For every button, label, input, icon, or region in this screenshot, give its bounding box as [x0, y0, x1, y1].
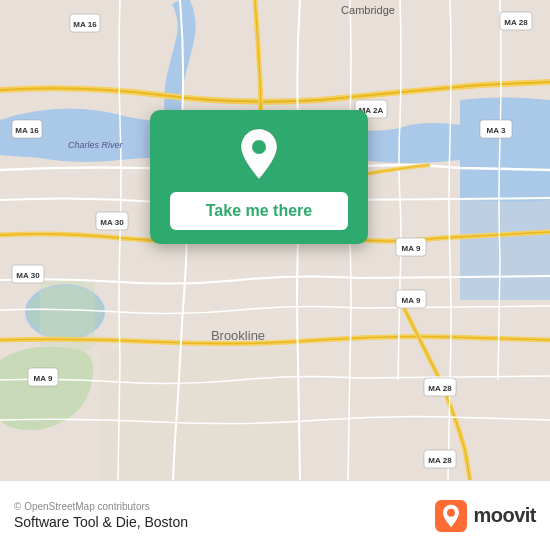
svg-text:Brookline: Brookline [211, 328, 265, 343]
svg-text:MA 30: MA 30 [100, 218, 124, 227]
popup-card: Take me there [150, 110, 368, 244]
svg-point-34 [252, 140, 266, 154]
svg-text:MA 16: MA 16 [15, 126, 39, 135]
bottom-left-info: © OpenStreetMap contributors Software To… [14, 501, 188, 530]
location-pin-icon [233, 128, 285, 180]
svg-text:Cambridge: Cambridge [341, 4, 395, 16]
svg-text:MA 28: MA 28 [428, 384, 452, 393]
bottom-bar: © OpenStreetMap contributors Software To… [0, 480, 550, 550]
moovit-logo: moovit [435, 500, 536, 532]
svg-text:Charles River: Charles River [68, 140, 124, 150]
svg-text:MA 28: MA 28 [428, 456, 452, 465]
moovit-brand-text: moovit [473, 504, 536, 527]
moovit-icon [435, 500, 467, 532]
svg-text:MA 28: MA 28 [504, 18, 528, 27]
svg-text:MA 3: MA 3 [487, 126, 506, 135]
map-container: MA 16 MA 16 Cambridge MA 2A MA 28 MA 3 M… [0, 0, 550, 480]
svg-text:MA 9: MA 9 [402, 244, 421, 253]
location-title: Software Tool & Die, Boston [14, 514, 188, 530]
svg-text:MA 30: MA 30 [16, 271, 40, 280]
svg-point-36 [447, 508, 455, 516]
svg-text:MA 9: MA 9 [402, 296, 421, 305]
svg-rect-5 [100, 350, 300, 480]
svg-text:MA 16: MA 16 [73, 20, 97, 29]
take-me-there-button[interactable]: Take me there [170, 192, 348, 230]
svg-text:MA 9: MA 9 [34, 374, 53, 383]
copyright-text: © OpenStreetMap contributors [14, 501, 188, 512]
